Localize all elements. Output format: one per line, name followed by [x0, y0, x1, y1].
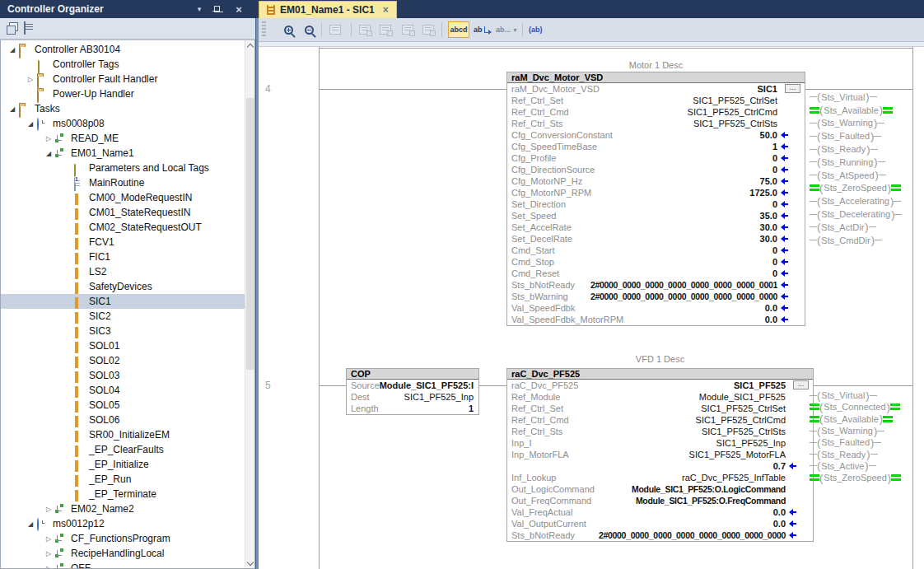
coil-sts-virtual[interactable]: (Sts_Virtual) — [810, 91, 918, 104]
tree-item-cf-functionsprogram[interactable]: ▷CF_FunctionsProgram — [1, 531, 254, 546]
coil-sts-decelerating[interactable]: (Sts_Decelerating) — [810, 208, 918, 221]
tree-item-safetydevices[interactable]: SafetyDevices — [1, 279, 254, 294]
rung5-comment[interactable]: VFD 1 Desc — [506, 354, 814, 364]
operand-value[interactable]: 0 — [772, 245, 777, 256]
tree-expand-arrow-icon[interactable]: ▷ — [42, 506, 55, 513]
tree-item-off[interactable]: ▷OFF — [1, 561, 254, 569]
operand-value[interactable]: SIC1_PF525_MotorFLA — [689, 449, 786, 460]
tree-item-ls2[interactable]: LS2 — [1, 264, 254, 279]
stacked-windows-button[interactable] — [5, 22, 19, 36]
coil-sts-running[interactable]: (Sts_Running) — [810, 156, 918, 169]
operand-value[interactable]: SIC1 — [758, 83, 777, 95]
motor-block[interactable]: raM_Dvc_Motor_VSDraM_Dvc_Motor_VSDSIC1..… — [506, 72, 805, 326]
tree-item-sol03[interactable]: SOL03 — [1, 368, 254, 383]
operand-value[interactable]: SIC1_PF525_CtrlSts — [693, 118, 777, 129]
operand-value[interactable]: SIC1_PF525_CtrlCmd — [696, 414, 786, 426]
tree-item-mainroutine[interactable]: 1MainRoutine — [1, 175, 254, 190]
operand-value[interactable]: 0.7 — [773, 460, 786, 472]
coil-sts-active[interactable]: (Sts_Active) — [810, 460, 918, 472]
tree-item-controller-ab30104[interactable]: ◢Controller AB30104 — [1, 42, 254, 57]
operand-value[interactable]: SIC1_PF525 — [734, 380, 786, 391]
tree-item-cm00-moderequestin[interactable]: CM00_ModeRequestIN — [1, 190, 254, 205]
coil-sts-warning[interactable]: (Sts_Warning) — [810, 117, 918, 130]
coil-sts-atspeed[interactable]: (Sts_AtSpeed) — [810, 169, 918, 182]
browse-button[interactable]: ... — [785, 84, 800, 93]
operand-value[interactable]: SIC1_PF525_Inp — [404, 391, 474, 403]
operand-value[interactable]: Module_SIC1_PF525 — [699, 391, 786, 403]
scroll-up-icon[interactable] — [245, 40, 255, 51]
browse-button[interactable]: ... — [793, 380, 809, 389]
tree-item-sol05[interactable]: SOL05 — [1, 398, 254, 413]
tag-display-button[interactable]: (ab) — [529, 21, 543, 38]
tree-item-sol01[interactable]: SOL01 — [1, 338, 254, 353]
toolbar-grip[interactable] — [262, 21, 266, 38]
tree-item-recipehandlinglocal[interactable]: ▷RecipeHandlingLocal — [1, 546, 254, 561]
tree-item-fic1[interactable]: FIC1 — [1, 250, 254, 264]
operand-value[interactable]: 0 — [772, 198, 777, 210]
tree-item-sic1[interactable]: SIC1 — [1, 294, 254, 309]
operand-value[interactable]: 0 — [772, 164, 777, 175]
operand-value[interactable]: 0 — [772, 152, 777, 164]
rung-number-5[interactable]: 5 — [265, 380, 285, 391]
tree-item-sol02[interactable]: SOL02 — [1, 353, 254, 368]
tree-expand-arrow-icon[interactable]: ◢ — [6, 46, 19, 54]
coil-sts-zerospeed[interactable]: (Sts_ZeroSpeed) — [810, 182, 918, 195]
operand-value[interactable]: SIC1_PF525_Inp — [716, 437, 786, 449]
tree-item-ep-terminate[interactable]: _EP_Terminate — [1, 487, 254, 501]
tree-item-cm01-staterequestin[interactable]: CM01_StateRequestIN — [1, 205, 254, 220]
tree-expand-arrow-icon[interactable]: ▷ — [42, 535, 55, 543]
scrollbar-thumb[interactable] — [246, 98, 254, 370]
coil-sts-accelerating[interactable]: (Sts_Accelerating) — [810, 194, 918, 208]
operand-value[interactable]: Module_SIC1_PF525:I — [380, 380, 474, 391]
coil-sts-available[interactable]: (Sts_Available) — [810, 413, 918, 425]
scroll-down-icon[interactable] — [245, 557, 255, 568]
tree-scrollbar[interactable] — [245, 40, 254, 568]
coil-sts-cmddir[interactable]: (Sts_CmdDir) — [810, 234, 918, 247]
pf525-block[interactable]: raC_Dvc_PF525raC_Dvc_PF525SIC1_PF525...R… — [506, 368, 814, 542]
tab-close-icon[interactable]: × — [383, 4, 389, 16]
operand-value[interactable]: 0.0 — [765, 302, 777, 314]
zoom-in-button[interactable] — [279, 21, 297, 38]
coil-sts-faulted[interactable]: (Sts_Faulted) — [810, 129, 918, 142]
organizer-close-icon[interactable]: × — [232, 0, 245, 18]
operand-value[interactable]: 1 — [772, 141, 777, 152]
tree-item-read-me[interactable]: ▷READ_ME — [1, 131, 254, 146]
pin-icon[interactable] — [209, 0, 222, 18]
tree-item-ms0008p08[interactable]: ◢ms0008p08 — [1, 116, 254, 131]
cop-block[interactable]: COPSourceModule_SIC1_PF525:IDestSIC1_PF5… — [346, 368, 479, 415]
tree-item-em01-name1[interactable]: ◢EM01_Name1 — [1, 146, 254, 161]
operand-value[interactable]: SIC1_PF525_CtrlCmd — [688, 106, 777, 118]
operand-value[interactable]: 75.0 — [760, 175, 777, 187]
coil-sts-actdir[interactable]: (Sts_ActDir) — [810, 221, 918, 234]
operand-value[interactable]: 0.0 — [773, 518, 786, 529]
operand-value[interactable]: Module_SIC1_PF525:O.LogicCommand — [632, 483, 786, 495]
tree-item-parameters-and-local-tags[interactable]: Parameters and Local Tags — [1, 161, 254, 175]
word-wrap-button[interactable]: ab — [474, 21, 491, 38]
operand-value[interactable]: Module_SIC1_PF525:O.FreqCommand — [636, 495, 786, 506]
tree-expand-arrow-icon[interactable]: ◢ — [24, 520, 37, 528]
tree-expand-arrow-icon[interactable]: ◢ — [6, 105, 19, 113]
coil-sts-ready[interactable]: (Sts_Ready) — [810, 142, 918, 156]
operand-value[interactable]: raC_Dvc_PF525_InfTable — [682, 472, 786, 483]
operand-value[interactable]: SIC1_PF525_CtrlSts — [702, 426, 786, 437]
delete-rows-button[interactable] — [419, 21, 437, 38]
tree-expand-arrow-icon[interactable]: ▷ — [42, 565, 55, 569]
tree-item-sr00-initializeem[interactable]: SR00_InitializeEM — [1, 427, 254, 442]
tree-expand-arrow-icon[interactable]: ◢ — [42, 150, 55, 157]
paste-block-button[interactable] — [356, 21, 374, 38]
coil-sts-warning[interactable]: (Sts_Warning) — [810, 425, 918, 436]
operand-value[interactable]: 2#0000_0000_0000_0000_0000_0000_0000_000… — [590, 291, 777, 302]
operand-value[interactable]: 0.0 — [765, 314, 777, 325]
coil-sts-ready[interactable]: (Sts_Ready) — [810, 448, 918, 459]
tree-item-ep-initialize[interactable]: _EP_Initialize — [1, 457, 254, 472]
tree-expand-arrow-icon[interactable]: ▷ — [42, 135, 55, 142]
tree-item-sol06[interactable]: SOL06 — [1, 413, 254, 427]
operand-value[interactable]: 2#0000_0000_0000_0000_0000_0000_0000_000… — [599, 529, 786, 541]
operand-value[interactable]: 30.0 — [760, 222, 777, 233]
tree-item-controller-tags[interactable]: Controller Tags — [1, 57, 254, 72]
tree-item-power-up-handler[interactable]: Power-Up Handler — [1, 86, 254, 101]
component-list-button[interactable] — [22, 22, 36, 36]
coil-sts-available[interactable]: (Sts_Available) — [810, 104, 918, 117]
tab-em01-name1-sic1[interactable]: EM01_Name1 - SIC1 × — [259, 1, 397, 18]
tree-item-cm02-staterequestout[interactable]: CM02_StateRequestOUT — [1, 220, 254, 235]
